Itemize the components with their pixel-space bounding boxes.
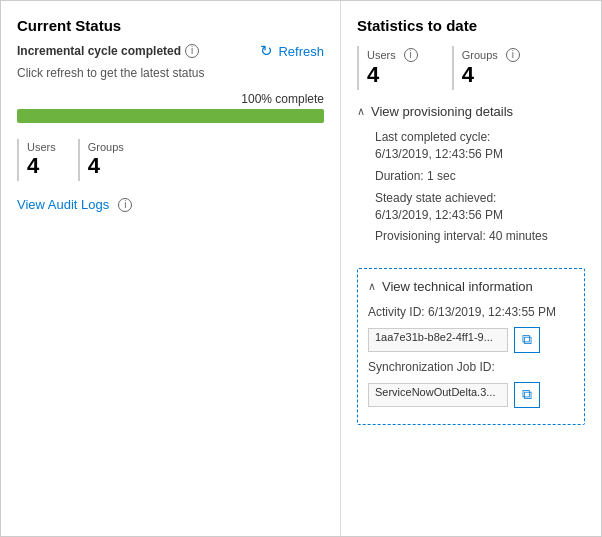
statistics-title: Statistics to date	[357, 17, 585, 34]
technical-section-label: View technical information	[382, 279, 533, 294]
steady-state-label: Steady state achieved:	[375, 191, 496, 205]
steady-state-row: Steady state achieved: 6/13/2019, 12:43:…	[375, 190, 585, 224]
subtitle-row-left: Incremental cycle completed i	[17, 44, 199, 58]
right-groups-value: 4	[462, 62, 520, 88]
stats-row: Users 4 Groups 4	[17, 139, 324, 181]
activity-id-copy-button[interactable]: ⧉	[514, 327, 540, 353]
users-stat-box: Users 4	[17, 139, 70, 181]
progress-bar-background	[17, 109, 324, 123]
right-stats-row: Users i 4 Groups i 4	[357, 46, 585, 90]
duration-label: Duration: 1 sec	[375, 169, 456, 183]
subtitle-row: Incremental cycle completed i ↻ Refresh	[17, 42, 324, 60]
right-users-info-icon[interactable]: i	[404, 48, 418, 62]
right-groups-stat-box: Groups i 4	[452, 46, 530, 90]
right-groups-info-icon[interactable]: i	[506, 48, 520, 62]
right-panel: Statistics to date Users i 4 Groups i 4 …	[341, 1, 601, 536]
copy-icon-1: ⧉	[522, 331, 532, 348]
last-completed-label: Last completed cycle:	[375, 130, 490, 144]
interval-row: Provisioning interval: 40 minutes	[375, 228, 585, 245]
progress-bar-fill	[17, 109, 324, 123]
activity-id-copy-row: 1aa7e31b-b8e2-4ff1-9... ⧉	[368, 327, 574, 353]
activity-id-label-row: Activity ID: 6/13/2019, 12:43:55 PM	[368, 304, 574, 321]
steady-state-value: 6/13/2019, 12:43:56 PM	[375, 208, 503, 222]
job-id-input[interactable]: ServiceNowOutDelta.3...	[368, 383, 508, 407]
groups-stat-box: Groups 4	[78, 139, 138, 181]
job-id-label: Synchronization Job ID:	[368, 360, 495, 374]
audit-logs-link[interactable]: View Audit Logs	[17, 197, 109, 212]
copy-icon-2: ⧉	[522, 386, 532, 403]
last-completed-row: Last completed cycle: 6/13/2019, 12:43:5…	[375, 129, 585, 163]
duration-row: Duration: 1 sec	[375, 168, 585, 185]
subtitle-info-icon[interactable]: i	[185, 44, 199, 58]
right-users-value: 4	[367, 62, 418, 88]
provisioning-details: Last completed cycle: 6/13/2019, 12:43:5…	[357, 129, 585, 250]
right-users-stat-box: Users i 4	[357, 46, 428, 90]
job-id-label-row: Synchronization Job ID:	[368, 359, 574, 376]
groups-label: Groups	[88, 141, 124, 153]
right-groups-label: Groups	[462, 49, 498, 61]
technical-chevron-icon: ∧	[368, 280, 376, 293]
job-id-copy-row: ServiceNowOutDelta.3... ⧉	[368, 382, 574, 408]
refresh-label: Refresh	[278, 44, 324, 59]
interval-label: Provisioning interval: 40 minutes	[375, 229, 548, 243]
current-status-title: Current Status	[17, 17, 324, 34]
users-value: 4	[27, 153, 56, 179]
right-users-label: Users	[367, 49, 396, 61]
refresh-icon: ↻	[260, 42, 273, 60]
left-panel: Current Status Incremental cycle complet…	[1, 1, 341, 536]
users-label: Users	[27, 141, 56, 153]
right-users-label-row: Users i	[367, 48, 418, 62]
last-completed-value: 6/13/2019, 12:43:56 PM	[375, 147, 503, 161]
groups-value: 4	[88, 153, 124, 179]
progress-label: 100% complete	[17, 92, 324, 106]
technical-toggle[interactable]: ∧ View technical information	[368, 279, 574, 294]
job-id-copy-button[interactable]: ⧉	[514, 382, 540, 408]
click-refresh-text: Click refresh to get the latest status	[17, 66, 324, 80]
provisioning-section-label: View provisioning details	[371, 104, 513, 119]
provisioning-toggle[interactable]: ∧ View provisioning details	[357, 104, 585, 119]
audit-logs-row: View Audit Logs i	[17, 197, 324, 212]
audit-info-icon[interactable]: i	[118, 198, 132, 212]
technical-section: ∧ View technical information Activity ID…	[357, 268, 585, 425]
activity-id-input[interactable]: 1aa7e31b-b8e2-4ff1-9...	[368, 328, 508, 352]
activity-id-label: Activity ID: 6/13/2019, 12:43:55 PM	[368, 305, 556, 319]
cycle-subtitle: Incremental cycle completed	[17, 44, 181, 58]
right-groups-label-row: Groups i	[462, 48, 520, 62]
refresh-button[interactable]: ↻ Refresh	[260, 42, 324, 60]
provisioning-chevron-icon: ∧	[357, 105, 365, 118]
